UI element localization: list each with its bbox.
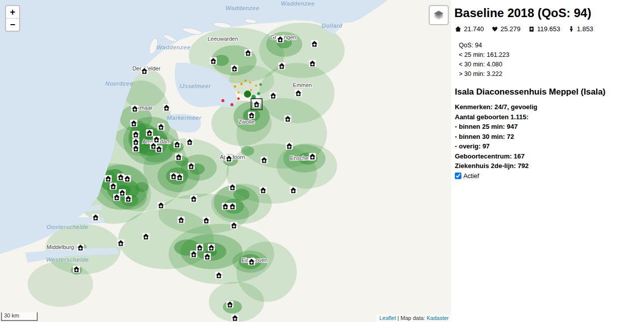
hospital-marker[interactable] (132, 131, 139, 138)
hospital-detail-line: - binnen 30 min: 72 (455, 132, 637, 142)
hospital-marker[interactable] (163, 104, 170, 111)
stat-value: 25.279 (501, 25, 521, 33)
hospital-marker-selected[interactable] (253, 101, 260, 108)
qos-line: < 25 min: 161.223 (459, 50, 637, 60)
hospital-marker[interactable] (203, 217, 210, 224)
incident-dot (245, 79, 247, 82)
hospital-marker[interactable] (222, 203, 229, 210)
hospital-marker[interactable] (186, 138, 193, 145)
hospital-marker[interactable] (196, 244, 203, 251)
hospital-marker[interactable] (311, 40, 318, 47)
hospital-detail-line: - binnen 25 min: 947 (455, 122, 637, 132)
hospital-marker[interactable] (295, 90, 302, 97)
hospital-marker[interactable] (229, 184, 236, 191)
page-title: Baseline 2018 (QoS: 94) (454, 6, 637, 20)
hospital-marker[interactable] (190, 195, 197, 202)
hospital-marker[interactable] (230, 222, 237, 229)
map-attribution: Leaflet | Map data: Kadaster (377, 314, 451, 322)
hospital-marker[interactable] (245, 49, 252, 56)
incident-dot (255, 85, 257, 87)
hospital-marker[interactable] (142, 233, 149, 240)
hospital-marker[interactable] (231, 65, 238, 72)
stat-item: 119.653 (528, 25, 560, 33)
incident-dot (249, 82, 251, 84)
hospital-marker[interactable] (132, 138, 139, 145)
active-checkbox-row[interactable]: Actief (455, 173, 637, 180)
hospital-marker[interactable] (248, 112, 255, 119)
hospital-marker[interactable] (130, 120, 137, 127)
hospital-marker[interactable] (260, 187, 267, 194)
hospital-marker[interactable] (155, 145, 163, 152)
hospital-marker[interactable] (226, 301, 233, 308)
hospital-marker[interactable] (174, 141, 181, 148)
home-icon (455, 26, 461, 32)
hospital-marker[interactable] (188, 163, 195, 170)
hospital-marker[interactable] (277, 36, 284, 43)
hospital-marker[interactable] (175, 153, 182, 160)
hospital-marker[interactable] (176, 174, 183, 181)
hospital-marker[interactable] (153, 136, 160, 143)
hospital-marker[interactable] (309, 153, 316, 160)
qos-line: < 30 min: 4.080 (459, 60, 637, 69)
active-checkbox[interactable] (455, 173, 461, 179)
hospital-marker[interactable] (225, 155, 232, 162)
water-label: Waddenzee (225, 5, 259, 11)
hospital-marker[interactable] (231, 314, 238, 321)
hospital-marker[interactable] (284, 115, 291, 122)
layers-icon (432, 9, 445, 22)
incident-dot (235, 79, 237, 81)
water-label: IJsselmeer (180, 83, 211, 89)
stat-value: 1.853 (577, 25, 594, 33)
hospital-marker[interactable] (117, 239, 124, 247)
kadaster-link[interactable]: Kadaster (427, 315, 449, 321)
hospital-marker[interactable] (146, 129, 153, 136)
hospital-marker[interactable] (110, 183, 117, 190)
hospital-marker[interactable] (73, 266, 80, 273)
hospital-marker[interactable] (131, 105, 138, 112)
hospital-marker[interactable] (290, 187, 297, 194)
hospital-marker[interactable] (309, 60, 316, 67)
hospital-marker[interactable] (77, 244, 84, 251)
hospital-marker[interactable] (229, 203, 236, 210)
scale-bar: 30 km (1, 312, 38, 321)
attribution-text: | Map data: (396, 315, 427, 321)
stat-value: 119.653 (537, 25, 560, 33)
zoom-out-button[interactable]: − (6, 18, 19, 31)
stat-item: 1.853 (568, 25, 594, 33)
hospital-detail-line: Geboortecentrum: 167 (455, 151, 637, 162)
hospital-marker[interactable] (248, 258, 255, 265)
hospital-marker[interactable] (286, 142, 293, 149)
incident-dot (260, 84, 262, 86)
hospital-marker[interactable] (178, 216, 185, 223)
zoom-control: + − (5, 5, 20, 32)
baby-icon (568, 26, 575, 32)
hospital-marker[interactable] (113, 194, 120, 201)
hospital-marker[interactable] (124, 175, 131, 182)
hospital-marker[interactable] (105, 175, 112, 182)
hospital-marker[interactable] (157, 123, 165, 130)
hospital-marker[interactable] (208, 244, 215, 251)
hospital-icon (528, 26, 535, 32)
city-label: Middelburg (47, 244, 74, 250)
leaflet-link[interactable]: Leaflet (379, 315, 396, 321)
hospital-marker[interactable] (157, 202, 165, 209)
hospital-marker[interactable] (132, 145, 139, 152)
hospital-marker[interactable] (141, 67, 148, 74)
incident-dot (221, 99, 224, 102)
hospital-marker[interactable] (117, 174, 124, 181)
zoom-in-button[interactable]: + (6, 6, 19, 18)
layers-control-button[interactable] (429, 5, 449, 25)
hospital-marker[interactable] (92, 214, 99, 221)
hospital-marker[interactable] (278, 62, 285, 69)
hospital-marker[interactable] (215, 272, 222, 279)
qos-block: QoS: 94< 25 min: 161.223< 30 min: 4.080>… (459, 41, 637, 79)
hospital-marker[interactable] (190, 251, 197, 258)
hospital-marker[interactable] (125, 195, 132, 202)
incident-dot (237, 92, 239, 94)
hospital-marker[interactable] (270, 92, 277, 99)
hospital-marker[interactable] (204, 253, 211, 260)
hospital-marker[interactable] (210, 57, 217, 64)
map[interactable]: WaddenzeeWaddenzeeWaddenzeeDollardNoordz… (0, 0, 451, 322)
hospital-marker[interactable] (261, 156, 268, 164)
qos-line: > 30 min: 3.222 (459, 69, 637, 79)
